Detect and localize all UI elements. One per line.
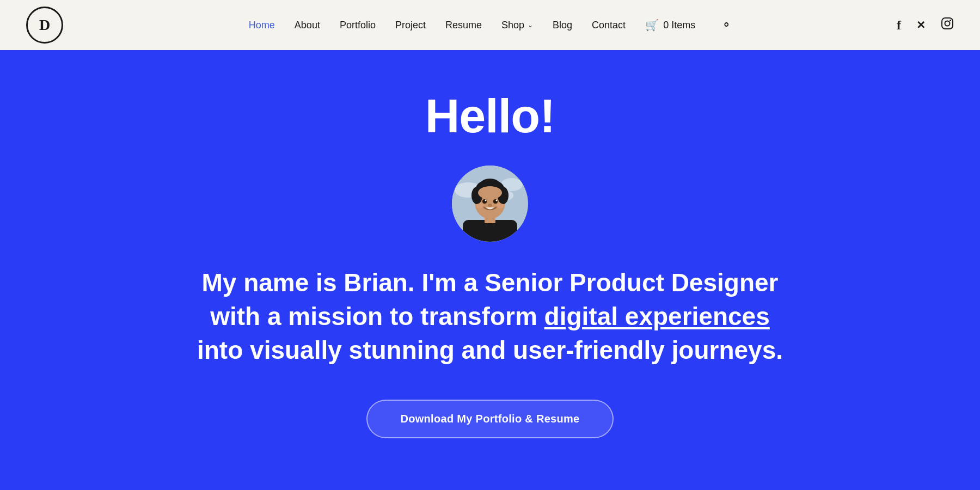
svg-point-22: [488, 204, 492, 207]
hero-description-link[interactable]: digital experiences: [544, 302, 770, 330]
avatar: [452, 166, 528, 242]
svg-point-21: [495, 203, 504, 209]
nav-item-contact[interactable]: Contact: [592, 20, 626, 31]
logo-letter: D: [39, 16, 50, 34]
site-header: D Home About Portfolio Project Resume Sh…: [0, 0, 980, 50]
logo-area: D: [26, 7, 63, 44]
cart-area[interactable]: 🛒 0 Items: [645, 19, 695, 32]
instagram-icon[interactable]: [941, 17, 954, 33]
nav-item-about[interactable]: About: [295, 20, 320, 31]
main-nav: Home About Portfolio Project Resume Shop…: [249, 18, 731, 32]
svg-point-18: [485, 200, 487, 201]
download-button[interactable]: Download My Portfolio & Resume: [366, 400, 613, 438]
svg-point-15: [478, 186, 502, 199]
hero-greeting: Hello!: [425, 88, 555, 144]
nav-item-project[interactable]: Project: [395, 20, 426, 31]
hero-section: Hello!: [0, 50, 980, 490]
svg-rect-0: [942, 18, 953, 29]
svg-point-2: [950, 20, 951, 21]
cart-icon: 🛒: [645, 19, 659, 32]
nav-item-shop[interactable]: Shop ⌄: [501, 20, 533, 31]
nav-item-portfolio[interactable]: Portfolio: [340, 20, 376, 31]
cart-count: 0 Items: [663, 20, 695, 31]
search-icon[interactable]: ⚬: [721, 18, 731, 32]
nav-item-home[interactable]: Home: [249, 20, 275, 31]
nav-item-blog[interactable]: Blog: [553, 20, 572, 31]
shop-chevron-icon: ⌄: [528, 21, 533, 29]
twitter-x-icon[interactable]: ✕: [916, 19, 926, 32]
svg-point-20: [476, 203, 485, 209]
facebook-icon[interactable]: f: [897, 18, 901, 33]
social-links: f ✕: [897, 17, 954, 33]
hero-description: My name is Brian. I'm a Senior Product D…: [191, 266, 789, 367]
logo-circle[interactable]: D: [26, 7, 63, 44]
nav-item-resume[interactable]: Resume: [445, 20, 482, 31]
svg-point-19: [496, 200, 498, 201]
svg-point-1: [945, 21, 950, 26]
